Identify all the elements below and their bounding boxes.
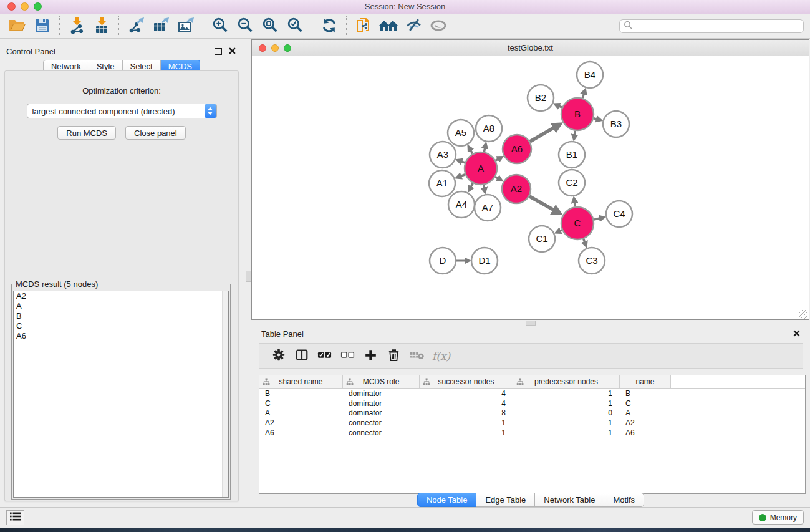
- node-C2[interactable]: C2: [559, 170, 585, 196]
- edge-C-C1[interactable]: [560, 230, 562, 231]
- open-session-button[interactable]: [5, 16, 30, 37]
- column-header-name[interactable]: name: [620, 375, 671, 388]
- edge-A-A8[interactable]: [484, 148, 485, 152]
- table-cell[interactable]: C: [620, 399, 671, 408]
- node-A4[interactable]: A4: [448, 191, 475, 218]
- run-mcds-button[interactable]: Run MCDS: [57, 126, 116, 140]
- show-details-button[interactable]: [426, 16, 451, 37]
- edge-A-A2[interactable]: [495, 177, 498, 179]
- export-image-button[interactable]: [173, 16, 198, 37]
- zoom-selected-button[interactable]: [282, 16, 307, 37]
- close-panel-icon[interactable]: [229, 47, 236, 56]
- table-cell[interactable]: 1: [513, 428, 620, 437]
- edge-C-C3[interactable]: [584, 239, 585, 243]
- table-row[interactable]: Bdominator41B: [259, 389, 805, 399]
- export-table-button[interactable]: [148, 16, 173, 37]
- network-window-titlebar[interactable]: testGlobe.txt: [252, 40, 809, 57]
- edge-A-A1[interactable]: [460, 175, 465, 177]
- float-panel-icon[interactable]: [215, 48, 222, 55]
- memory-button[interactable]: Memory: [752, 510, 804, 525]
- table-cell[interactable]: 0: [513, 409, 620, 417]
- node-B3[interactable]: B3: [603, 111, 629, 137]
- task-history-button[interactable]: [6, 510, 24, 525]
- hide-details-button[interactable]: [401, 16, 426, 37]
- clone-network-button[interactable]: [351, 16, 376, 37]
- edge-B-B1[interactable]: [574, 131, 575, 135]
- edge-A-A3[interactable]: [461, 162, 465, 163]
- export-network-button[interactable]: [123, 16, 148, 37]
- table-cell[interactable]: 1: [513, 418, 620, 427]
- node-A5[interactable]: A5: [448, 120, 474, 146]
- table-cell[interactable]: A6: [620, 428, 671, 437]
- node-A[interactable]: A: [465, 152, 497, 185]
- tab-node-table[interactable]: Node Table: [417, 493, 477, 507]
- mcds-result-item[interactable]: A6: [14, 331, 228, 341]
- node-A2[interactable]: A2: [502, 175, 531, 203]
- table-cell[interactable]: A2: [620, 418, 671, 427]
- edge-B-B4[interactable]: [582, 94, 584, 99]
- table-cell[interactable]: 8: [420, 409, 513, 417]
- table-cell[interactable]: C: [259, 399, 343, 408]
- table-cell[interactable]: 4: [420, 399, 513, 408]
- table-row[interactable]: Cdominator41C: [259, 399, 805, 409]
- column-view-button[interactable]: [290, 346, 313, 367]
- mcds-result-item[interactable]: A: [14, 301, 228, 311]
- delete-table-button[interactable]: [405, 346, 428, 367]
- zoom-fit-button[interactable]: [258, 16, 282, 37]
- node-A3[interactable]: A3: [430, 142, 456, 168]
- table-row[interactable]: A2connector11A2: [259, 418, 805, 428]
- criterion-dropdown[interactable]: largest connected component (directed): [27, 104, 217, 118]
- table-row[interactable]: Adominator80A: [259, 409, 805, 418]
- edge-C-C2[interactable]: [574, 202, 575, 206]
- mcds-result-item[interactable]: C: [14, 321, 228, 331]
- edge-A-A5[interactable]: [470, 150, 473, 153]
- import-network-button[interactable]: [64, 16, 89, 37]
- float-table-panel-icon[interactable]: [779, 331, 786, 337]
- deselect-all-button[interactable]: [336, 346, 359, 367]
- edge-C-C4[interactable]: [594, 218, 600, 220]
- tab-network-table[interactable]: Network Table: [535, 493, 604, 507]
- tab-motifs[interactable]: Motifs: [604, 493, 644, 507]
- mcds-result-item[interactable]: A2: [14, 291, 228, 301]
- table-cell[interactable]: A: [259, 409, 343, 417]
- table-cell[interactable]: dominator: [343, 389, 420, 398]
- column-header-MCDS-role[interactable]: MCDS role: [343, 375, 420, 388]
- network-canvas[interactable]: B4B2B3B1BA5A8A3A1A4A7A6AA2C2C4CC1C3DD1: [252, 56, 809, 319]
- node-A8[interactable]: A8: [476, 115, 502, 142]
- table-row[interactable]: A6connector11A6: [259, 428, 805, 438]
- node-B4[interactable]: B4: [577, 62, 603, 88]
- node-D1[interactable]: D1: [471, 248, 498, 274]
- table-cell[interactable]: 1: [420, 428, 513, 437]
- zoom-in-button[interactable]: [208, 16, 233, 37]
- add-column-button[interactable]: [359, 346, 382, 367]
- table-cell[interactable]: connector: [343, 428, 420, 437]
- node-B1[interactable]: B1: [559, 142, 585, 168]
- import-table-button[interactable]: [89, 16, 114, 37]
- table-cell[interactable]: dominator: [343, 399, 420, 408]
- table-cell[interactable]: B: [259, 389, 343, 398]
- table-cell[interactable]: 1: [420, 418, 513, 427]
- node-C3[interactable]: C3: [579, 248, 605, 274]
- table-cell[interactable]: A2: [259, 418, 343, 427]
- table-cell[interactable]: A6: [259, 428, 343, 437]
- node-D[interactable]: D: [430, 248, 456, 274]
- edge-A6-B[interactable]: [530, 127, 555, 142]
- mcds-result-list[interactable]: A2ABCA6: [13, 291, 229, 498]
- table-cell[interactable]: dominator: [343, 409, 420, 417]
- node-A6[interactable]: A6: [503, 135, 531, 163]
- function-builder-button[interactable]: f(x): [432, 350, 450, 362]
- table-cell[interactable]: 1: [513, 399, 620, 408]
- node-A1[interactable]: A1: [429, 170, 455, 196]
- table-cell[interactable]: connector: [343, 418, 420, 427]
- window-resize-grip[interactable]: [799, 310, 808, 319]
- node-C[interactable]: C: [561, 207, 594, 239]
- node-B[interactable]: B: [561, 98, 594, 130]
- mcds-result-item[interactable]: B: [14, 311, 228, 321]
- select-all-button[interactable]: [313, 346, 336, 367]
- node-table[interactable]: shared nameMCDS rolesuccessor nodesprede…: [259, 375, 806, 494]
- table-cell[interactable]: 1: [513, 389, 620, 398]
- zoom-out-button[interactable]: [233, 16, 258, 37]
- edge-A-A7[interactable]: [484, 185, 485, 189]
- tab-edge-table[interactable]: Edge Table: [476, 493, 535, 507]
- node-C4[interactable]: C4: [606, 201, 632, 227]
